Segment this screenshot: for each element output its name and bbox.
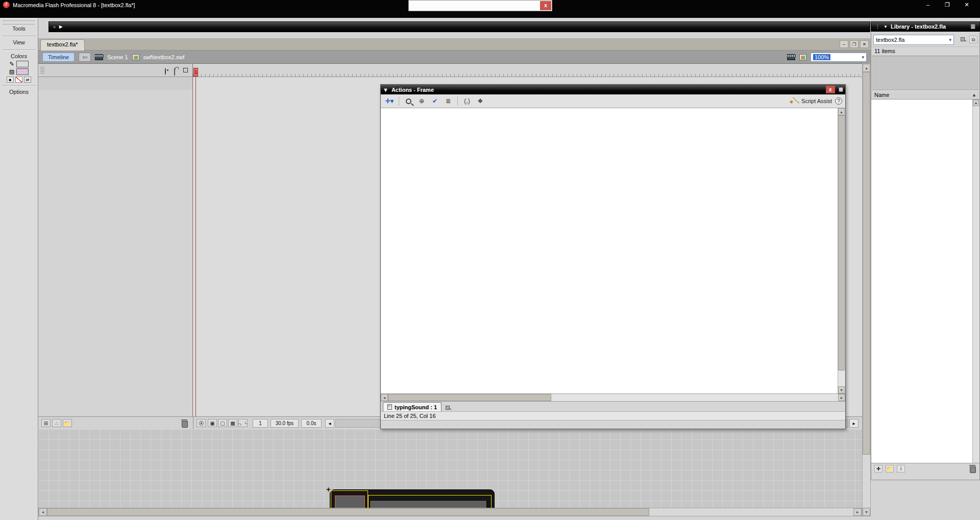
pin-script-icon[interactable]	[445, 405, 452, 411]
tools-panel-grip[interactable]	[3, 20, 35, 24]
horizontal-scrollbar[interactable]: ◂ ▸	[38, 508, 862, 516]
collapse-arrow-icon[interactable]: ▼	[884, 24, 888, 29]
scroll-down-button[interactable]: ▾	[863, 508, 870, 516]
swap-colors-button[interactable]: ⇄	[24, 77, 31, 83]
vertical-scrollbar[interactable]: ▴ ▾	[862, 63, 871, 516]
fill-color-swatch[interactable]	[16, 68, 29, 75]
edited-symbol-label[interactable]: swf\textbox2.swf	[143, 54, 185, 60]
stroke-color-swatch[interactable]	[16, 61, 29, 67]
timeline-ruler[interactable]: 1	[193, 64, 862, 77]
center-frame-button[interactable]: ⦿	[197, 419, 206, 427]
close-button[interactable]: ✕	[961, 2, 973, 8]
zoom-select[interactable]: 100% ▾	[811, 53, 867, 62]
tools-section-label: Tools	[0, 26, 38, 32]
edit-symbol-button[interactable]	[799, 54, 806, 60]
expand-arrow-icon[interactable]: ▶	[59, 24, 62, 29]
current-frame-field[interactable]: 1	[253, 419, 268, 428]
panel-grip[interactable]	[40, 67, 44, 74]
panel-grip: ⋮	[875, 24, 879, 29]
doc-close-button[interactable]: ✕	[860, 40, 869, 48]
new-folder-button[interactable]: 📁	[886, 465, 894, 473]
help-icon[interactable]: ?	[835, 97, 842, 105]
library-document-select[interactable]: textbox2.fla ▾	[873, 35, 954, 45]
add-script-icon[interactable]: ✛▾	[384, 96, 395, 106]
document-tab[interactable]: textbox2.fla*	[40, 39, 85, 51]
new-symbol-button[interactable]: ✚	[874, 465, 883, 473]
playhead[interactable]: 1	[193, 68, 198, 77]
onion-skin-button[interactable]: ▣	[208, 419, 217, 427]
code-scroll-thumb[interactable]	[838, 115, 845, 370]
actions-panel: ▼ Actions - Frame x ≣ ✛▾ ⊕ ✔ ≣ (,) ❖ ✦╲ …	[380, 84, 846, 429]
library-scrollbar[interactable]: ▴	[972, 100, 979, 463]
insert-layer-folder-button[interactable]: 📁	[63, 419, 72, 427]
scene-label[interactable]: Scene 1	[107, 54, 128, 60]
close-icon[interactable]: x	[540, 1, 551, 10]
scroll-right-button[interactable]: ▸	[853, 508, 862, 516]
show-hide-column-icon[interactable]	[165, 68, 166, 75]
panel-options-icon[interactable]: ≣	[839, 86, 843, 93]
scroll-left-button[interactable]: ◂	[39, 508, 47, 516]
right-panel-column: ⋮ ▼ Library - textbox2.fla ≣ textbox2.fl…	[871, 21, 980, 520]
stage[interactable]: +	[38, 429, 862, 508]
lock-column-icon[interactable]	[174, 68, 175, 76]
panel-group-drag-bar[interactable]: x	[408, 0, 552, 11]
vertical-scroll-thumb[interactable]	[863, 72, 870, 455]
timeline-scroll-left-button[interactable]: ◂	[325, 419, 334, 428]
scroll-down-button[interactable]: ▾	[838, 386, 845, 393]
back-arrow-button[interactable]: ⇦	[79, 53, 91, 62]
code-vertical-scrollbar[interactable]: ▴ ▾	[838, 108, 845, 393]
properties-button[interactable]: i	[897, 465, 905, 473]
text-area-shape[interactable]	[370, 500, 487, 508]
auto-format-icon[interactable]: ≣	[443, 96, 454, 106]
property-inspector-bar[interactable]: » ▶	[48, 21, 870, 32]
no-color-button[interactable]	[15, 77, 22, 83]
collapse-arrow-icon[interactable]: ▼	[383, 87, 388, 93]
insert-layer-button[interactable]: ⊞	[41, 419, 51, 427]
horizontal-scroll-thumb[interactable]	[47, 508, 649, 516]
maximize-button[interactable]: ❐	[941, 2, 953, 8]
flash-logo-icon: f	[3, 2, 10, 8]
edit-scene-button[interactable]	[787, 54, 795, 60]
library-column-header[interactable]: Name ▲	[871, 90, 979, 100]
edit-multiple-frames-button[interactable]: ▩	[228, 419, 237, 427]
show-code-hint-icon[interactable]: (,)	[461, 96, 473, 106]
mask-square-shape[interactable]	[335, 496, 365, 508]
elapsed-time-field[interactable]: 0.0s	[301, 419, 322, 428]
find-icon[interactable]	[403, 96, 414, 106]
script-editor[interactable]: ▴ ▾	[381, 108, 845, 394]
scroll-right-button[interactable]: ▸	[838, 394, 845, 401]
code-hscroll-thumb[interactable]	[388, 394, 551, 401]
timeline-toggle-button[interactable]: Timeline	[42, 53, 75, 62]
actions-panel-title-bar[interactable]: ▼ Actions - Frame x ≣	[381, 85, 845, 94]
library-document-value: textbox2.fla	[876, 37, 904, 43]
script-tab-bar: typingSound : 1	[381, 402, 845, 412]
panel-options-icon[interactable]: ≣	[970, 23, 975, 30]
minimize-button[interactable]: –	[922, 2, 934, 8]
scroll-left-button[interactable]: ◂	[381, 394, 388, 401]
close-icon[interactable]: x	[826, 86, 835, 93]
insert-target-path-icon[interactable]: ⊕	[416, 96, 427, 106]
script-assist-label[interactable]: Script Assist	[801, 98, 832, 104]
check-syntax-icon[interactable]: ✔	[429, 96, 440, 106]
scroll-up-button[interactable]: ▴	[973, 100, 979, 106]
modify-onion-markers-button[interactable]: ⌍⌎	[238, 419, 248, 427]
default-colors-button[interactable]: ■	[7, 77, 14, 83]
code-horizontal-scrollbar[interactable]: ◂ ▸	[381, 394, 845, 402]
scroll-up-button[interactable]: ▴	[838, 108, 845, 115]
add-motion-guide-button[interactable]: ∴	[52, 419, 61, 427]
doc-minimize-button[interactable]: –	[840, 40, 848, 48]
sort-order-icon[interactable]: ▲	[972, 92, 976, 97]
pin-library-icon[interactable]	[960, 37, 967, 43]
new-library-panel-icon[interactable]: ⧉	[969, 36, 977, 43]
onion-skin-outlines-button[interactable]: ▢	[218, 419, 227, 427]
library-panel-header[interactable]: ⋮ ▼ Library - textbox2.fla ≣	[871, 21, 980, 32]
delete-item-button[interactable]	[969, 465, 975, 472]
frame-rate-field[interactable]: 30.0 fps	[271, 419, 299, 428]
timeline-scroll-right-button[interactable]: ▸	[849, 419, 859, 428]
outline-column-icon[interactable]	[183, 68, 188, 72]
doc-restore-button[interactable]: ❐	[850, 40, 859, 48]
script-tab[interactable]: typingSound : 1	[383, 402, 442, 411]
delete-layer-button[interactable]	[181, 419, 187, 427]
scroll-up-button[interactable]: ▴	[863, 64, 870, 72]
debug-options-icon[interactable]: ❖	[475, 96, 486, 106]
